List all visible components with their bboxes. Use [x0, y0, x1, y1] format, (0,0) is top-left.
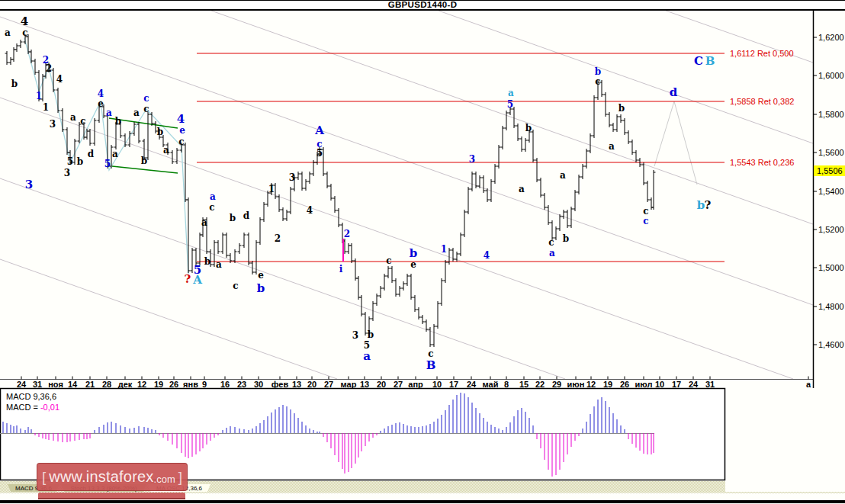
- watermark-tld-text: .com: [154, 470, 175, 485]
- svg-text:4: 4: [56, 74, 63, 85]
- chart-area[interactable]: 1,6112 Ret 0,5001,5858 Ret 0,3821,5543 R…: [0, 0, 845, 504]
- date-tick-label: 23: [237, 380, 246, 389]
- svg-text:e: e: [410, 259, 416, 270]
- svg-text:1,6112 Ret 0,500: 1,6112 Ret 0,500: [730, 49, 794, 58]
- svg-text:a: a: [549, 248, 555, 258]
- svg-text:e: e: [98, 98, 104, 109]
- svg-text:1: 1: [36, 91, 42, 101]
- svg-text:b: b: [410, 246, 418, 260]
- svg-text:3: 3: [64, 168, 70, 178]
- svg-text:c: c: [209, 202, 214, 213]
- svg-text:1,5506: 1,5506: [817, 166, 843, 175]
- svg-text:3: 3: [469, 154, 475, 165]
- svg-text:B: B: [426, 358, 436, 372]
- svg-text:1: 1: [268, 184, 275, 194]
- watermark-left-bracket: [: [42, 469, 46, 486]
- svg-text:c: c: [143, 93, 149, 104]
- svg-text:4: 4: [484, 250, 490, 261]
- instaforex-watermark: [ www.instaforex .com ]: [37, 463, 188, 491]
- svg-text:1,4600: 1,4600: [818, 340, 844, 349]
- date-tick-label: ноя: [48, 380, 63, 389]
- svg-text:b: b: [77, 156, 83, 167]
- date-tick-label: июн: [567, 380, 585, 389]
- svg-text:4: 4: [307, 205, 313, 216]
- svg-text:a: a: [5, 27, 11, 38]
- date-tick-label: мар: [341, 380, 357, 389]
- date-tick-label: 31: [705, 380, 715, 389]
- svg-text:1,5858 Ret 0,382: 1,5858 Ret 0,382: [730, 97, 794, 106]
- instaforex-watermark-clipped: [38, 493, 185, 499]
- date-tick-label: а: [806, 380, 811, 389]
- svg-text:1,4800: 1,4800: [818, 302, 844, 311]
- date-tick-label: 30: [254, 380, 263, 389]
- bottom-status-bar: [0, 500, 845, 503]
- watermark-right-bracket: ]: [178, 469, 182, 486]
- date-tick-label: 17: [449, 380, 458, 389]
- svg-text:a: a: [508, 88, 514, 98]
- svg-text:1: 1: [43, 102, 49, 113]
- date-tick-label: 14: [68, 380, 77, 389]
- svg-text:a: a: [519, 184, 525, 194]
- svg-text:c: c: [143, 104, 149, 114]
- svg-text:b: b: [563, 233, 569, 244]
- svg-text:c: c: [233, 281, 238, 291]
- svg-text:?: ?: [185, 272, 191, 286]
- svg-text:a: a: [133, 108, 140, 118]
- svg-text:a: a: [363, 349, 371, 363]
- svg-text:5: 5: [316, 148, 323, 159]
- date-tick-label: 16: [220, 380, 230, 389]
- svg-text:c: c: [643, 216, 648, 226]
- chart-title: GBPUSD1440-D: [388, 0, 458, 9]
- svg-text:b: b: [525, 123, 532, 133]
- svg-text:2: 2: [46, 63, 52, 74]
- chart-title-bar: GBPUSD1440-D: [0, 0, 845, 11]
- date-tick-label: 26: [169, 380, 178, 389]
- svg-text:a: a: [112, 149, 118, 159]
- date-tick-label: 15: [519, 380, 529, 389]
- svg-text:3: 3: [352, 330, 358, 341]
- watermark-logo-text: www.instaforex: [49, 468, 153, 486]
- svg-text:2: 2: [275, 233, 281, 244]
- svg-text:a: a: [216, 259, 222, 270]
- date-tick-label: 10: [432, 380, 442, 389]
- svg-text:c: c: [548, 237, 554, 248]
- svg-text:d: d: [243, 210, 250, 221]
- svg-text:b: b: [157, 127, 163, 137]
- date-tick-label: 29: [552, 380, 561, 389]
- svg-text:d: d: [670, 85, 678, 99]
- svg-text:a: a: [609, 141, 615, 152]
- macd-indicator-header: MACD 9,36,6 MACD = -0,01: [6, 391, 59, 413]
- date-tick-label: 26: [620, 380, 629, 389]
- chart-window: 1,6112 Ret 0,5001,5858 Ret 0,3821,5543 R…: [0, 0, 845, 504]
- svg-text:5: 5: [67, 156, 73, 167]
- date-tick-label: 19: [154, 380, 163, 389]
- svg-text:c: c: [178, 136, 184, 147]
- date-tick-label: 8: [504, 380, 509, 389]
- date-tick-label: 9: [202, 380, 207, 389]
- svg-text:1,6200: 1,6200: [818, 33, 844, 42]
- macd-value-prefix: MACD =: [6, 403, 40, 412]
- svg-text:4: 4: [21, 14, 28, 28]
- svg-text:3: 3: [289, 172, 295, 183]
- date-tick-label: 19: [603, 380, 612, 389]
- svg-text:3: 3: [50, 119, 56, 130]
- date-tick-label: 13: [360, 380, 369, 389]
- svg-text:c: c: [428, 348, 433, 359]
- svg-text:A: A: [192, 273, 202, 287]
- svg-text:a: a: [560, 170, 566, 181]
- svg-text:B: B: [705, 54, 715, 68]
- svg-text:c: c: [595, 76, 600, 87]
- svg-text:1,5543 Ret 0,236: 1,5543 Ret 0,236: [730, 158, 794, 167]
- svg-text:?: ?: [705, 198, 712, 212]
- date-tick-label: янв: [183, 380, 198, 389]
- macd-current-value: -0,01: [40, 403, 59, 412]
- svg-text:5: 5: [104, 159, 111, 169]
- svg-text:b: b: [204, 256, 210, 267]
- date-tick-label: 17: [672, 380, 681, 389]
- svg-text:i: i: [339, 264, 343, 274]
- date-tick-label: фев: [271, 380, 288, 389]
- date-tick-label: 22: [535, 380, 545, 389]
- date-tick-label: 21: [85, 380, 95, 389]
- svg-text:c: c: [643, 206, 648, 217]
- svg-text:1: 1: [441, 244, 447, 255]
